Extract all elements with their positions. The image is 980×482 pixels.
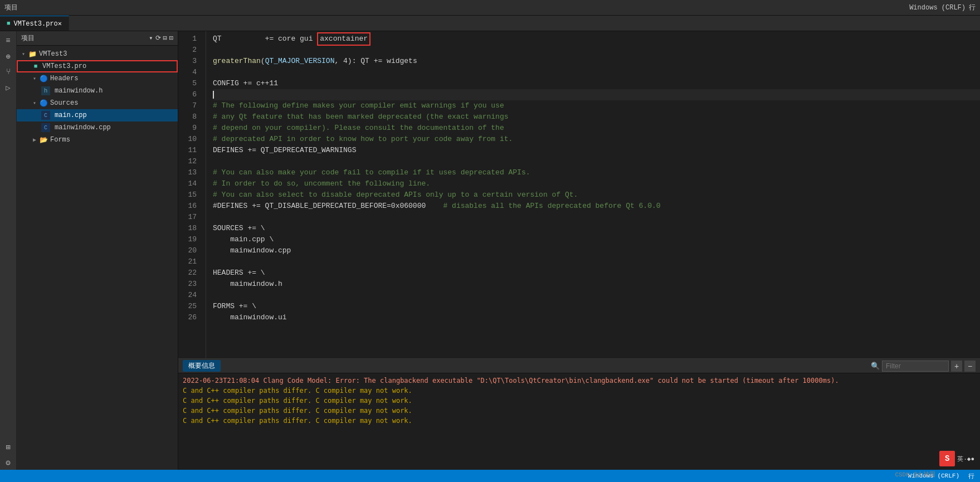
sogou-panel: S 英·◆● bbox=[939, 451, 974, 466]
encoding-status: 行 bbox=[968, 472, 974, 480]
ln-21: 21 bbox=[178, 256, 201, 267]
tab-file-icon: ■ bbox=[7, 20, 11, 27]
h-file-icon: h bbox=[41, 86, 50, 95]
tab-bar: ■ VMTest3.pro✕ bbox=[0, 16, 980, 31]
sidebar-icons: ≡ ⊕ ⑂ ▷ ⊞ ⚙ bbox=[0, 31, 17, 470]
code-line-16: #DEFINES += QT_DISABLE_DEPRECATED_BEFORE… bbox=[213, 201, 980, 212]
code-line-4 bbox=[213, 67, 980, 78]
filter-add-btn[interactable]: + bbox=[951, 361, 962, 372]
sidebar-debug-icon[interactable]: ▷ bbox=[1, 80, 16, 95]
tree-item-mainwindowh[interactable]: h mainwindow.h bbox=[17, 85, 178, 97]
forms-folder-icon: 📂 bbox=[39, 135, 48, 144]
line-numbers: 1 2 3 4 5 6 7 8 9 10 11 12 13 14 15 16 1 bbox=[178, 31, 206, 358]
bottom-tab-summary[interactable]: 概要信息 bbox=[183, 360, 221, 372]
ln-15: 15 bbox=[178, 189, 201, 201]
status-bar: Windows (CRLF) 行 bbox=[0, 470, 980, 482]
ln-1: 1 bbox=[178, 33, 201, 45]
code-line-18: SOURCES += \ bbox=[213, 223, 980, 234]
ln-23: 23 bbox=[178, 279, 201, 290]
tree-item-forms[interactable]: ▶ 📂 Forms bbox=[17, 134, 178, 146]
vmtest3pro-label: VMTest3.pro bbox=[42, 62, 86, 70]
ln-16: 16 bbox=[178, 201, 201, 212]
code-line-13: # You can also make your code fail to co… bbox=[213, 167, 980, 178]
ln-20: 20 bbox=[178, 245, 201, 256]
sidebar-extensions-icon[interactable]: ⊞ bbox=[1, 440, 16, 454]
top-bar-right: Windows (CRLF) 行 bbox=[909, 3, 976, 12]
forms-arrow: ▶ bbox=[30, 137, 39, 143]
sidebar-git-icon[interactable]: ⑂ bbox=[1, 65, 16, 79]
sources-label: Sources bbox=[50, 99, 78, 107]
sidebar-search-icon[interactable]: ⊕ bbox=[1, 49, 16, 64]
code-line-17 bbox=[213, 212, 980, 223]
tab-vmtest3-pro[interactable]: ■ VMTest3.pro✕ bbox=[0, 16, 69, 31]
sidebar-files-icon[interactable]: ≡ bbox=[1, 33, 16, 48]
mainwindowh-label: mainwindow.h bbox=[55, 87, 103, 95]
project-panel: 项目 ▾ ⟳ ⊟ ⊡ ▾ 📁 VMTest3 ■ VMTes bbox=[17, 31, 178, 470]
tree-item-sources[interactable]: ▾ 🔵 Sources bbox=[17, 97, 178, 109]
editor-area[interactable]: 1 2 3 4 5 6 7 8 9 10 11 12 13 14 15 16 1 bbox=[178, 31, 980, 470]
tree-item-vmtest3[interactable]: ▾ 📁 VMTest3 bbox=[17, 48, 178, 60]
code-line-22: HEADERS += \ bbox=[213, 267, 980, 279]
headers-folder-icon: 🔵 bbox=[39, 74, 48, 83]
forms-label: Forms bbox=[50, 136, 70, 144]
headers-arrow: ▾ bbox=[30, 75, 39, 82]
highlight-axcontainer: axcontainer bbox=[317, 32, 370, 46]
ln-10: 10 bbox=[178, 134, 201, 145]
ln-26: 26 bbox=[178, 312, 201, 323]
tree-item-vmtest3pro[interactable]: ■ VMTest3.pro bbox=[17, 60, 178, 72]
bottom-panel-tabs: 概要信息 🔍 + − bbox=[178, 359, 980, 373]
project-header-label: 项目 bbox=[21, 33, 35, 43]
sidebar-settings-icon[interactable]: ⚙ bbox=[1, 455, 16, 470]
mainwindowcpp-icon: C bbox=[41, 123, 50, 132]
ln-3: 3 bbox=[178, 56, 201, 67]
tree-item-mainwindowcpp[interactable]: C mainwindow.cpp bbox=[17, 121, 178, 134]
filter-remove-btn[interactable]: − bbox=[964, 361, 976, 372]
encoding-label: 行 bbox=[969, 3, 976, 12]
tree-item-headers[interactable]: ▾ 🔵 Headers bbox=[17, 72, 178, 85]
tree-item-maincpp[interactable]: C main.cpp bbox=[17, 109, 178, 121]
code-container[interactable]: 1 2 3 4 5 6 7 8 9 10 11 12 13 14 15 16 1 bbox=[178, 31, 980, 358]
code-line-12 bbox=[213, 156, 980, 167]
project-label: 项目 bbox=[4, 3, 18, 12]
filter-icon[interactable]: ▾ bbox=[149, 34, 153, 42]
sources-arrow: ▾ bbox=[30, 100, 39, 106]
maincpp-label: main.cpp bbox=[55, 111, 87, 119]
text-cursor bbox=[213, 91, 214, 99]
bottom-filter: 🔍 + − bbox=[871, 361, 976, 372]
vmtest3-arrow: ▾ bbox=[19, 51, 28, 57]
ln-12: 12 bbox=[178, 156, 201, 167]
ln-13: 13 bbox=[178, 167, 201, 178]
ln-6: 6 bbox=[178, 89, 201, 100]
bottom-panel: 概要信息 🔍 + − 2022-06-23T21:08:04 Clang Cod… bbox=[178, 358, 980, 470]
code-line-5: CONFIG += c++11 bbox=[213, 78, 980, 89]
pro-file-icon: ■ bbox=[31, 62, 40, 71]
csdn-badge: CSDN @大神圆 bbox=[895, 470, 935, 479]
bottom-tab-label: 概要信息 bbox=[188, 362, 215, 370]
sogou-icon: S bbox=[939, 451, 955, 466]
tab-label: VMTest3.pro✕ bbox=[14, 20, 62, 28]
expand-icon[interactable]: ⊡ bbox=[169, 34, 173, 42]
filter-input[interactable] bbox=[882, 361, 949, 372]
bottom-message-5: C and C++ compiler paths differ. C compi… bbox=[183, 416, 976, 426]
ln-9: 9 bbox=[178, 123, 201, 134]
sync-icon[interactable]: ⟳ bbox=[155, 34, 161, 42]
ln-2: 2 bbox=[178, 45, 201, 56]
code-line-3: greaterThan(QT_MAJOR_VERSION, 4): QT += … bbox=[213, 56, 980, 67]
code-line-2 bbox=[213, 45, 980, 56]
code-line-20: mainwindow.cpp bbox=[213, 245, 980, 256]
ln-17: 17 bbox=[178, 212, 201, 223]
code-line-21 bbox=[213, 256, 980, 267]
code-line-24 bbox=[213, 290, 980, 301]
code-line-25: FORMS += \ bbox=[213, 301, 980, 312]
ln-22: 22 bbox=[178, 267, 201, 279]
project-panel-header: 项目 ▾ ⟳ ⊟ ⊡ bbox=[17, 31, 178, 46]
code-line-10: # deprecated API in order to know how to… bbox=[213, 134, 980, 145]
ln-19: 19 bbox=[178, 234, 201, 245]
bottom-content: 2022-06-23T21:08:04 Clang Code Model: Er… bbox=[178, 373, 980, 470]
code-lines[interactable]: QT += core gui axcontainer greaterThan(Q… bbox=[206, 31, 980, 358]
ln-24: 24 bbox=[178, 290, 201, 301]
split-icon[interactable]: ⊟ bbox=[163, 34, 167, 42]
code-line-23: mainwindow.h bbox=[213, 279, 980, 290]
ln-7: 7 bbox=[178, 100, 201, 111]
bottom-message-2: C and C++ compiler paths differ. C compi… bbox=[183, 386, 976, 396]
